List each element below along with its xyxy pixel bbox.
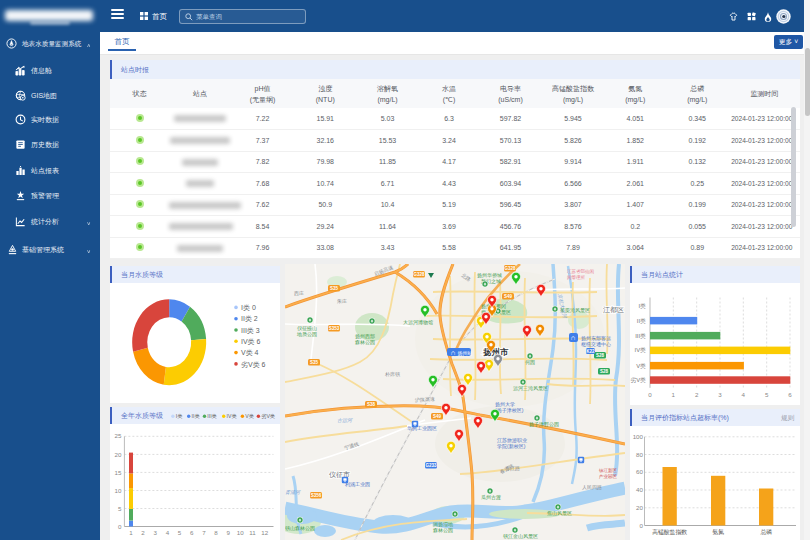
svg-text:S49: S49 xyxy=(433,414,442,419)
svg-text:V类: V类 xyxy=(636,363,646,369)
svg-text:V类 4: V类 4 xyxy=(241,349,259,356)
svg-text:10: 10 xyxy=(115,487,122,494)
svg-text:1: 1 xyxy=(129,529,133,536)
svg-text:S38: S38 xyxy=(367,402,376,407)
svg-text:60: 60 xyxy=(636,468,643,475)
svg-text:G328: G328 xyxy=(504,266,516,271)
svg-text:II类: II类 xyxy=(637,318,646,324)
svg-text:S28: S28 xyxy=(596,353,605,358)
svg-text:4: 4 xyxy=(166,529,170,536)
svg-text:运河三湾风景区: 运河三湾风景区 xyxy=(513,385,548,392)
svg-text:3: 3 xyxy=(718,391,722,398)
svg-text:华腾工业园区: 华腾工业园区 xyxy=(407,425,437,432)
svg-text:森林公园: 森林公园 xyxy=(355,339,375,346)
svg-text:II类: II类 xyxy=(192,413,200,419)
svg-text:S49: S49 xyxy=(504,294,513,299)
svg-text:15: 15 xyxy=(115,469,122,476)
svg-text:9: 9 xyxy=(226,529,230,536)
svg-text:IV类: IV类 xyxy=(227,413,237,419)
svg-text:G328: G328 xyxy=(413,272,425,277)
svg-text:6: 6 xyxy=(190,529,194,536)
svg-text:镇江新区: 镇江新区 xyxy=(598,467,618,473)
svg-text:0: 0 xyxy=(640,522,644,529)
svg-text:胥浦河: 胥浦河 xyxy=(285,489,301,495)
svg-text:K22: K22 xyxy=(586,349,595,354)
svg-text:25: 25 xyxy=(115,432,122,439)
svg-text:S35: S35 xyxy=(310,360,319,365)
svg-text:2: 2 xyxy=(141,529,145,536)
svg-text:总磷: 总磷 xyxy=(759,529,772,535)
svg-text:高锰酸盐指数: 高锰酸盐指数 xyxy=(652,529,687,536)
svg-text:镇山森林公园: 镇山森林公园 xyxy=(285,525,315,532)
svg-text:扬子津野公园: 扬子津野公园 xyxy=(529,421,559,428)
svg-text:80: 80 xyxy=(636,451,643,458)
svg-text:利涵工业园: 利涵工业园 xyxy=(345,481,370,488)
svg-text:IV类 6: IV类 6 xyxy=(241,338,261,345)
svg-text:氨氮: 氨氮 xyxy=(712,528,724,535)
svg-text:100: 100 xyxy=(633,433,644,440)
svg-text:III类: III类 xyxy=(635,333,646,339)
svg-text:G233: G233 xyxy=(425,463,437,468)
svg-text:40: 40 xyxy=(636,486,643,493)
svg-text:西庄: 西庄 xyxy=(294,290,304,297)
svg-text:地质公园: 地质公园 xyxy=(296,331,317,338)
svg-text:产业园区: 产业园区 xyxy=(599,473,618,479)
svg-text:12: 12 xyxy=(261,529,268,536)
svg-text:⛫: ⛫ xyxy=(571,335,576,341)
svg-text:人民四路: 人民四路 xyxy=(582,484,602,491)
svg-text:⛫ 扬州站: ⛫ 扬州站 xyxy=(451,350,472,357)
svg-text:S35: S35 xyxy=(330,286,339,291)
svg-text:5: 5 xyxy=(118,505,122,512)
svg-text:0: 0 xyxy=(118,523,122,530)
svg-text:朴席镇: 朴席镇 xyxy=(384,371,400,377)
svg-text:闲管理所: 闲管理所 xyxy=(567,274,586,281)
svg-text:S353: S353 xyxy=(329,326,340,331)
svg-text:劣V类: 劣V类 xyxy=(261,413,275,420)
svg-text:森林公园: 森林公园 xyxy=(433,527,453,534)
svg-text:20: 20 xyxy=(115,451,122,458)
svg-text:劣V类: 劣V类 xyxy=(630,377,646,384)
svg-text:4: 4 xyxy=(742,391,746,398)
svg-text:大运河博物馆: 大运河博物馆 xyxy=(403,319,433,326)
svg-text:II类 2: II类 2 xyxy=(241,315,258,322)
svg-text:5: 5 xyxy=(178,529,182,536)
svg-text:焦山风景区: 焦山风景区 xyxy=(547,510,572,516)
svg-text:3: 3 xyxy=(153,529,157,536)
svg-text:何园: 何园 xyxy=(525,359,535,366)
svg-text:古运河: 古运河 xyxy=(337,417,353,423)
svg-text:江都区: 江都区 xyxy=(603,306,624,314)
svg-text:5: 5 xyxy=(765,391,769,398)
svg-text:2: 2 xyxy=(695,391,699,398)
svg-text:11: 11 xyxy=(249,529,256,536)
svg-text:学院(新校区): 学院(新校区) xyxy=(497,443,526,450)
svg-text:劣V类 6: 劣V类 6 xyxy=(241,361,266,369)
svg-text:IV类: IV类 xyxy=(635,347,646,353)
svg-text:III类 3: III类 3 xyxy=(241,327,260,334)
svg-text:S28: S28 xyxy=(600,369,609,374)
svg-text:I类: I类 xyxy=(176,413,183,419)
svg-text:0: 0 xyxy=(648,391,652,398)
svg-text:S356: S356 xyxy=(311,493,322,498)
svg-text:6: 6 xyxy=(788,391,792,398)
svg-text:茱萸湾风景区: 茱萸湾风景区 xyxy=(560,307,590,314)
svg-text:I类: I类 xyxy=(638,303,646,309)
svg-text:I类 0: I类 0 xyxy=(241,304,256,311)
svg-text:III类: III类 xyxy=(207,413,217,419)
svg-text:10: 10 xyxy=(237,529,244,536)
svg-text:V类: V类 xyxy=(245,413,254,419)
svg-text:8: 8 xyxy=(214,529,218,536)
svg-text:镇江金山风景区: 镇江金山风景区 xyxy=(503,533,538,540)
svg-text:1: 1 xyxy=(672,391,676,398)
svg-text:瓜州古渡: 瓜州古渡 xyxy=(481,494,501,501)
svg-text:枢纽交通中心: 枢纽交通中心 xyxy=(581,341,611,347)
svg-text:7: 7 xyxy=(202,529,206,536)
svg-text:20: 20 xyxy=(636,504,643,511)
svg-text:朱庄: 朱庄 xyxy=(337,298,347,304)
